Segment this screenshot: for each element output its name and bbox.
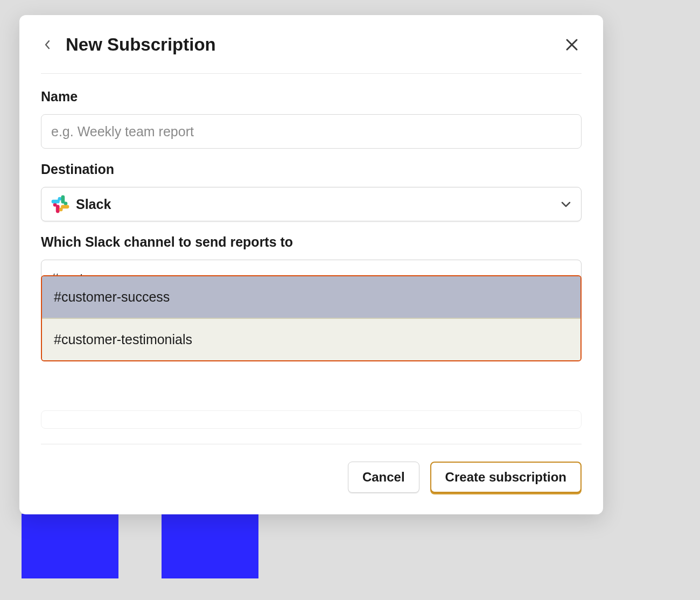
modal-title: New Subscription — [66, 34, 562, 55]
chevron-left-icon — [44, 40, 50, 50]
modal-header: New Subscription — [41, 34, 582, 74]
back-button[interactable] — [41, 39, 53, 51]
obscured-field-row — [41, 410, 582, 429]
channel-autocomplete-dropdown: #customer-success #customer-testimonials — [41, 275, 582, 361]
close-button[interactable] — [562, 35, 582, 54]
destination-field-group: Destination Slack — [41, 162, 582, 221]
chevron-down-icon — [561, 201, 571, 207]
channel-field-group: Which Slack channel to send reports to #… — [41, 234, 582, 429]
cancel-button[interactable]: Cancel — [348, 462, 419, 493]
slack-icon — [51, 195, 69, 213]
dropdown-item-customer-testimonials[interactable]: #customer-testimonials — [42, 319, 580, 360]
background-bar — [22, 514, 118, 578]
destination-label: Destination — [41, 162, 582, 177]
name-input[interactable] — [41, 114, 582, 149]
name-field-group: Name — [41, 89, 582, 149]
background-chart-bars — [22, 514, 258, 578]
create-subscription-button[interactable]: Create subscription — [430, 462, 582, 493]
name-label: Name — [41, 89, 582, 104]
channel-label: Which Slack channel to send reports to — [41, 234, 582, 250]
background-bar — [162, 514, 258, 578]
destination-select[interactable]: Slack — [41, 187, 582, 221]
new-subscription-modal: New Subscription Name Destination Slack — [19, 15, 603, 514]
destination-value: Slack — [76, 197, 561, 212]
close-icon — [565, 38, 579, 52]
modal-footer: Cancel Create subscription — [41, 444, 582, 493]
dropdown-item-customer-success[interactable]: #customer-success — [42, 276, 580, 318]
